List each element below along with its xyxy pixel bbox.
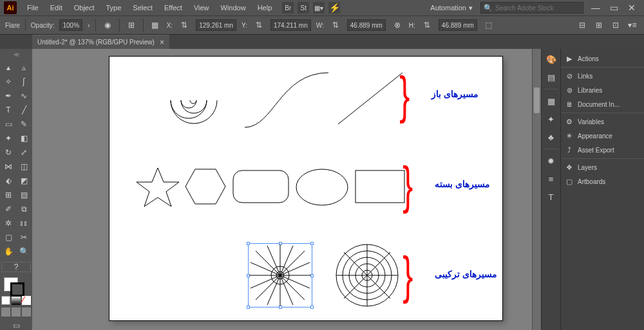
panel-libraries[interactable]: ⊚Libraries: [561, 83, 644, 97]
color-mode-gradient[interactable]: [12, 296, 21, 305]
document-tab[interactable]: Untitled-2* @ 137% (RGB/GPU Preview) ×: [32, 35, 169, 49]
opacity-field[interactable]: 100%: [59, 19, 82, 31]
panel-icon-align[interactable]: ≡: [545, 172, 558, 185]
stock-search[interactable]: 🔍: [480, 2, 583, 14]
panel-icon-graphic-styles[interactable]: ♣: [545, 131, 558, 143]
h-field[interactable]: 46.889 mm: [439, 19, 477, 31]
panel-icon-stroke[interactable]: ✹: [545, 154, 558, 167]
vertical-scrollbar[interactable]: [532, 49, 541, 330]
stock-search-input[interactable]: [495, 5, 580, 12]
graph-tool[interactable]: ⫾⫾: [17, 217, 31, 230]
menu-view[interactable]: View: [189, 2, 214, 14]
shape-builder-tool[interactable]: ⬖: [1, 174, 15, 187]
canvas-area[interactable]: } مسیرهای باز } مسیرهای بسته: [32, 49, 541, 330]
rotate-tool[interactable]: ↻: [1, 146, 15, 159]
x-field[interactable]: 129.261 mn: [196, 19, 236, 31]
hand-tool[interactable]: ✋: [1, 245, 15, 258]
menu-select[interactable]: Select: [128, 2, 158, 14]
workspace-switcher[interactable]: Automation ▾: [424, 2, 479, 14]
line-tool[interactable]: ╱: [17, 104, 31, 116]
panel-icon-brushes[interactable]: ▦: [545, 95, 558, 107]
w-field[interactable]: 46.889 mm: [347, 19, 386, 31]
width-tool[interactable]: ⋈: [1, 160, 15, 173]
blend-tool[interactable]: ⧉: [17, 203, 31, 215]
selection-tool[interactable]: ▴: [1, 61, 15, 74]
minimize-button[interactable]: —: [590, 3, 601, 13]
bridge-icon[interactable]: Br: [282, 2, 294, 14]
ctrl-ico-3[interactable]: ⊡: [609, 19, 622, 32]
svg-rect-4: [355, 170, 404, 203]
panel-menu-icon[interactable]: ▾≡: [626, 19, 639, 32]
scale-tool[interactable]: ⤢: [17, 146, 31, 159]
rectangle-tool[interactable]: ▭: [1, 118, 15, 131]
mesh-tool[interactable]: ⊞: [1, 188, 15, 201]
pen-tool[interactable]: ✒: [1, 89, 15, 102]
arrange-icon[interactable]: ▦▾: [313, 2, 325, 14]
panel-icon-swatches[interactable]: ▤: [545, 71, 558, 84]
draw-behind[interactable]: [12, 307, 21, 316]
eraser-tool[interactable]: ◧: [17, 132, 31, 145]
slice-tool[interactable]: ✂: [17, 231, 31, 244]
symbol-sprayer-tool[interactable]: ✲: [1, 217, 15, 230]
link-h-icon[interactable]: ⇅: [421, 19, 433, 32]
panel-icon-symbols[interactable]: ✦: [545, 113, 558, 125]
free-transform-tool[interactable]: ◫: [17, 160, 31, 173]
color-mode-none[interactable]: ⁄: [22, 296, 31, 305]
curvature-tool[interactable]: ∿: [17, 89, 31, 102]
zoom-tool[interactable]: 🔍: [17, 245, 31, 258]
artboard-tool[interactable]: ▢: [1, 231, 15, 244]
scrollbar-thumb[interactable]: [534, 87, 540, 113]
tab-close-icon[interactable]: ×: [160, 38, 164, 47]
stock-icon[interactable]: St: [298, 2, 309, 14]
panel-variables[interactable]: ⚙Variables: [561, 115, 644, 129]
menu-object[interactable]: Object: [69, 2, 100, 14]
gpu-icon[interactable]: ⚡: [328, 2, 340, 14]
perspective-tool[interactable]: ◩: [17, 174, 31, 187]
direct-selection-tool[interactable]: ▵: [17, 61, 31, 74]
link-y-icon[interactable]: ⇅: [252, 19, 265, 32]
panel-icon-color[interactable]: 🎨: [545, 53, 558, 66]
screen-mode-button[interactable]: ▭: [9, 320, 23, 330]
magic-wand-tool[interactable]: ✧: [1, 75, 15, 88]
type-tool[interactable]: T: [1, 104, 15, 116]
menu-window[interactable]: Window: [216, 2, 251, 14]
restore-button[interactable]: ▭: [608, 3, 620, 13]
edit-toolbar-button[interactable]: ?: [1, 262, 31, 272]
menu-type[interactable]: Type: [101, 2, 127, 14]
y-field[interactable]: 174.211 mn: [270, 19, 311, 31]
link-w-icon[interactable]: ⇅: [329, 19, 342, 32]
link-xy-icon[interactable]: ⇅: [178, 19, 191, 32]
menu-file[interactable]: File: [22, 2, 44, 14]
chevron-right-icon[interactable]: ›: [88, 21, 90, 29]
menu-effect[interactable]: Effect: [159, 2, 187, 14]
link-wh-icon[interactable]: ⊗: [391, 19, 404, 32]
gradient-tool[interactable]: ▤: [17, 188, 31, 201]
align-icon[interactable]: ⊞: [125, 19, 138, 32]
draw-normal[interactable]: [1, 307, 10, 316]
panel-asset-export[interactable]: ⤴Asset Export: [561, 143, 644, 157]
ctrl-ico-1[interactable]: ⊟: [576, 19, 589, 32]
panel-links[interactable]: ⊘Links: [561, 69, 644, 83]
close-button[interactable]: ✕: [626, 3, 638, 13]
line-shape: [335, 69, 406, 127]
eyedropper-tool[interactable]: ✐: [1, 203, 15, 215]
draw-inside[interactable]: [22, 307, 31, 316]
transform-icon[interactable]: ▦: [149, 19, 162, 32]
fill-stroke-swatch[interactable]: [1, 277, 31, 293]
shaper-tool[interactable]: ✦: [1, 132, 15, 145]
panel-appearance[interactable]: ☀Appearance: [561, 129, 644, 143]
brush-tool[interactable]: ✎: [17, 118, 31, 131]
shape-option-icon[interactable]: ⬚: [482, 19, 495, 32]
panel-actions[interactable]: ▶Actions: [561, 51, 644, 66]
panel-artboards[interactable]: ▢Artboards: [561, 174, 644, 188]
color-mode-solid[interactable]: [1, 296, 10, 305]
menu-edit[interactable]: Edit: [45, 2, 68, 14]
tool-grip-icon[interactable]: ≪: [14, 51, 19, 58]
ctrl-ico-2[interactable]: ⊞: [592, 19, 605, 32]
menu-help[interactable]: Help: [252, 2, 278, 14]
panel-icon-character[interactable]: T: [545, 190, 558, 203]
panel-layers[interactable]: ❖Layers: [561, 160, 644, 174]
recolor-icon[interactable]: ◉: [101, 19, 114, 32]
panel-document-info[interactable]: 🗎Document In...: [561, 97, 644, 111]
lasso-tool[interactable]: ʃ: [17, 75, 31, 88]
